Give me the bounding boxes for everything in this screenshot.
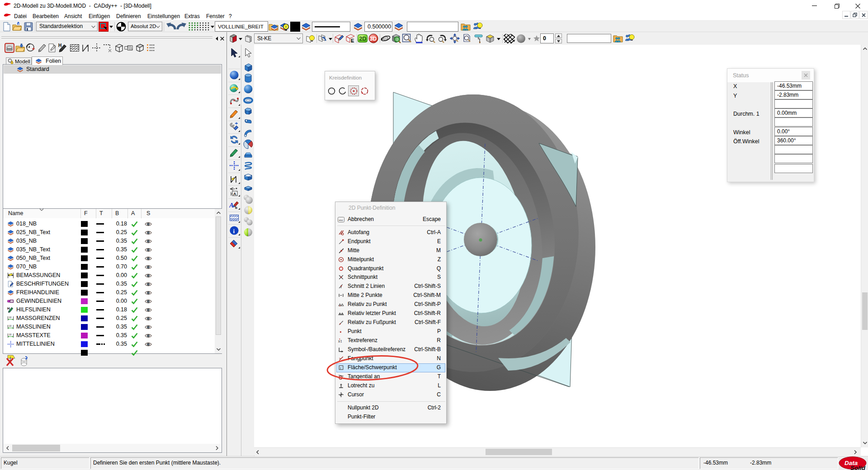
svg-text:2D: 2D [359,36,366,42]
svg-text:b: b [235,206,237,210]
svg-text:E: E [351,38,354,43]
svg-text:x: x [338,339,340,343]
svg-text:A: A [229,202,234,209]
svg-text:A: A [233,192,236,196]
svg-text:i: i [233,228,235,235]
svg-text:Solid: Solid [850,465,866,470]
svg-text:·: · [340,294,341,298]
svg-text:H: H [58,43,61,48]
svg-text:esc: esc [339,218,343,221]
svg-text:t: t [340,339,342,343]
svg-text:3D: 3D [370,36,377,42]
